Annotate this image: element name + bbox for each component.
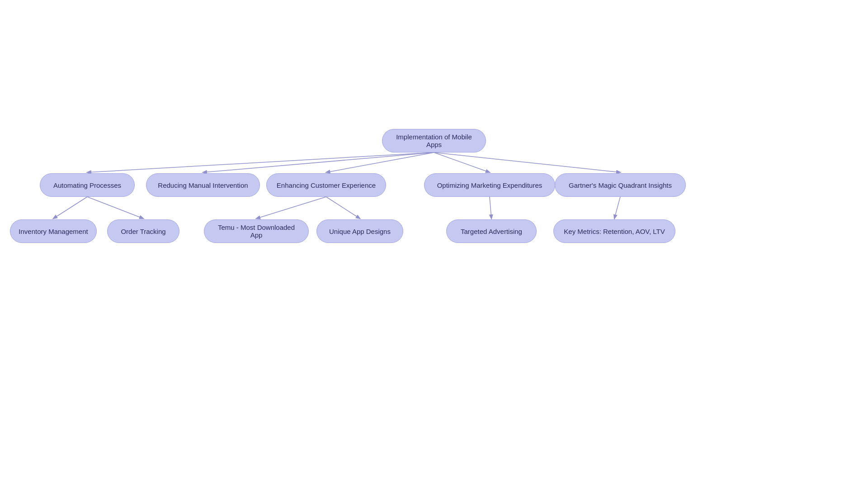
node-keymetrics: Key Metrics: Retention, AOV, LTV [553,219,675,243]
node-root-label: Implementation of Mobile Apps [391,133,477,148]
svg-line-8 [326,197,360,219]
node-automating: Automating Processes [40,173,135,197]
svg-line-4 [434,152,620,172]
svg-line-3 [434,152,490,172]
svg-line-5 [53,197,87,219]
node-inventory-label: Inventory Management [19,228,88,235]
svg-line-0 [87,152,434,172]
node-reducing: Reducing Manual Intervention [146,173,260,197]
node-unique-label: Unique App Designs [329,228,391,235]
node-keymetrics-label: Key Metrics: Retention, AOV, LTV [564,228,665,235]
node-inventory: Inventory Management [10,219,97,243]
svg-line-1 [203,152,434,172]
node-enhancing: Enhancing Customer Experience [266,173,386,197]
svg-line-9 [490,197,491,219]
node-order: Order Tracking [107,219,179,243]
node-reducing-label: Reducing Manual Intervention [158,181,248,189]
node-targeted: Targeted Advertising [446,219,537,243]
svg-line-7 [256,197,326,219]
node-order-label: Order Tracking [121,228,165,235]
node-optimizing: Optimizing Marketing Expenditures [424,173,555,197]
node-optimizing-label: Optimizing Marketing Expenditures [437,181,542,189]
svg-line-6 [87,197,143,219]
node-gartner: Gartner's Magic Quadrant Insights [555,173,686,197]
node-unique: Unique App Designs [316,219,403,243]
node-temu: Temu - Most Downloaded App [204,219,309,243]
node-targeted-label: Targeted Advertising [461,228,522,235]
node-enhancing-label: Enhancing Customer Experience [277,181,376,189]
node-root: Implementation of Mobile Apps [382,129,486,152]
svg-line-2 [326,152,434,172]
svg-line-10 [614,197,620,219]
node-gartner-label: Gartner's Magic Quadrant Insights [569,181,672,189]
node-automating-label: Automating Processes [53,181,121,189]
node-temu-label: Temu - Most Downloaded App [212,224,300,239]
